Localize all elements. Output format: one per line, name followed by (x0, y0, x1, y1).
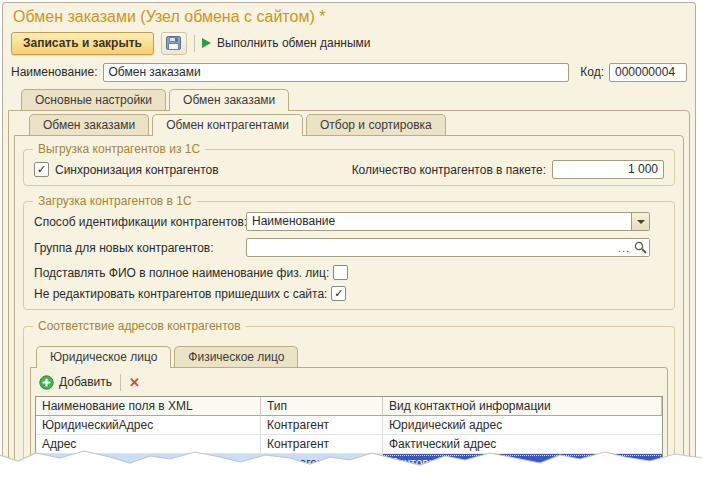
tab-main-settings[interactable]: Основные настройки (21, 89, 166, 110)
address-group-legend: Соответствие адресов контрагентов (33, 319, 246, 333)
tab-legal-entity[interactable]: Юридическое лицо (36, 346, 171, 368)
cell-type[interactable]: Контрагент (261, 416, 383, 435)
upload-groupbox: Выгрузка контрагентов из 1С ✓ Синхрониза… (23, 149, 675, 186)
toolbar-separator (120, 374, 121, 391)
table-header-row: Наименование поля в XML Тип Вид контактн… (36, 397, 662, 416)
chevron-down-icon (637, 220, 645, 224)
command-bar: Записать и закрыть Выполнить обмен данны… (3, 27, 695, 58)
load-groupbox: Загрузка контрагентов в 1С Способ иденти… (23, 201, 675, 310)
new-group-value (247, 239, 616, 256)
main-tabstrip: Основные настройки Обмен заказами (21, 89, 695, 110)
tab-filter-sort[interactable]: Отбор и сортировка (306, 114, 446, 135)
no-edit-checkbox[interactable]: ✓ (331, 286, 346, 301)
sub-tabstrip: Обмен заказами Обмен контрагентами Отбор… (29, 114, 689, 135)
name-label: Наименование: (11, 65, 98, 79)
new-group-input[interactable]: ... (246, 238, 650, 257)
add-row-label: Добавить (59, 375, 112, 389)
tab-orders[interactable]: Обмен заказами (29, 114, 149, 135)
torn-edge-decoration (0, 441, 702, 477)
cell-xml-field[interactable]: ЮридическийАдрес (36, 416, 261, 435)
batch-size-input[interactable]: 1 000 (552, 160, 664, 179)
name-code-row: Наименование: Обмен заказами Код: 000000… (11, 62, 687, 82)
upload-group-legend: Выгрузка контрагентов из 1С (33, 142, 205, 156)
tab-order-exchange[interactable]: Обмен заказами (169, 89, 289, 111)
sync-checkbox[interactable]: ✓ (34, 162, 49, 177)
cell-contact-kind[interactable]: Юридический адрес (383, 416, 662, 435)
load-group-legend: Загрузка контрагентов в 1С (33, 194, 197, 208)
add-plus-icon (39, 375, 54, 390)
sync-checkbox-label: Синхронизация контрагентов (55, 163, 219, 177)
add-row-button[interactable]: Добавить (39, 375, 112, 390)
order-exchange-panel: Обмен заказами Обмен контрагентами Отбор… (8, 110, 690, 474)
fio-label: Подставлять ФИО в полное наименование фи… (34, 266, 329, 280)
tab-counterparties[interactable]: Обмен контрагентами (152, 114, 303, 136)
app-window: Обмен заказами (Узел обмена с сайтом) * … (2, 2, 696, 470)
run-exchange-label: Выполнить обмен данными (217, 36, 371, 50)
table-row[interactable]: ЮридическийАдрес Контрагент Юридический … (36, 416, 662, 435)
col-header-contact-kind[interactable]: Вид контактной информации (383, 397, 662, 416)
window-title: Обмен заказами (Узел обмена с сайтом) * (3, 3, 695, 27)
dropdown-button[interactable] (631, 213, 649, 230)
save-button[interactable] (161, 32, 187, 55)
col-header-type[interactable]: Тип (261, 397, 383, 416)
ellipsis-button[interactable]: ... (616, 242, 632, 254)
batch-size-label: Количество контрагентов в пакете: (352, 163, 546, 177)
code-input[interactable]: 000000004 (609, 63, 687, 82)
identification-method-select[interactable]: Наименование (246, 212, 650, 231)
play-icon (202, 38, 211, 48)
identification-method-value: Наименование (247, 213, 631, 230)
lookup-button[interactable] (632, 239, 649, 256)
counterparties-panel: Выгрузка контрагентов из 1С ✓ Синхрониза… (14, 135, 684, 469)
fio-checkbox[interactable] (333, 265, 348, 280)
identification-method-label: Способ идентификации контрагентов: (34, 215, 246, 229)
run-exchange-button[interactable]: Выполнить обмен данными (202, 36, 371, 50)
new-group-label: Группа для новых контрагентов: (34, 241, 246, 255)
code-label: Код: (580, 65, 604, 79)
screenshot-stage: Обмен заказами (Узел обмена с сайтом) * … (0, 0, 702, 477)
tab-individual[interactable]: Физическое лицо (174, 346, 298, 367)
toolbar-separator (194, 35, 195, 52)
magnifier-icon (634, 241, 647, 254)
delete-x-icon[interactable]: ✕ (129, 376, 140, 389)
floppy-disk-icon (166, 36, 181, 50)
col-header-xml-field[interactable]: Наименование поля в XML (36, 397, 261, 416)
address-tabstrip: Юридическое лицо Физическое лицо (36, 346, 668, 367)
address-table-toolbar: Добавить ✕ (31, 368, 667, 395)
save-and-close-button[interactable]: Записать и закрыть (11, 32, 154, 55)
no-edit-label: Не редактировать контрагентов пришедших … (34, 287, 327, 301)
name-input[interactable]: Обмен заказами (103, 63, 570, 82)
